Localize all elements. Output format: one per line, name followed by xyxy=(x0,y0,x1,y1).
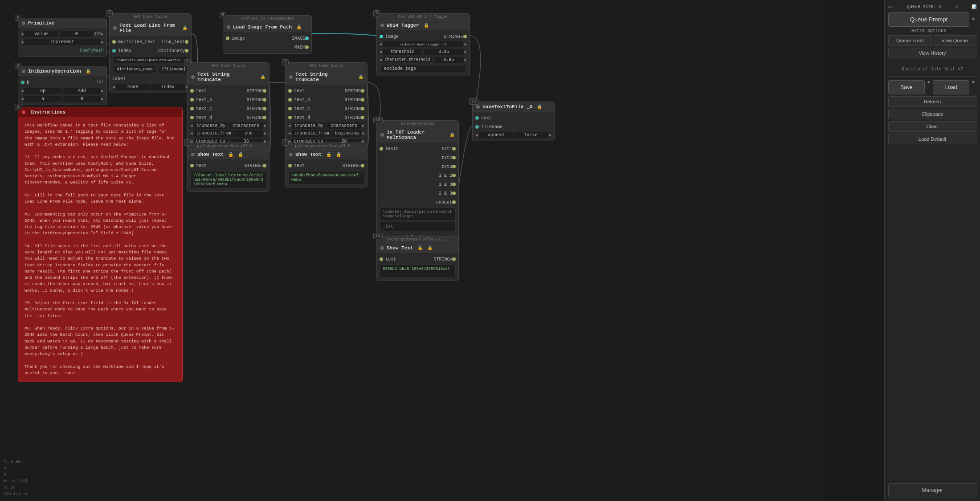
textload-dictname-val[interactable]: [filename] xyxy=(159,66,188,73)
intbinary-a-val[interactable]: 0 xyxy=(63,96,101,102)
node-truncate7[interactable]: 7 WAS Node Suite Text String Truncate 🔒 … xyxy=(285,62,368,147)
wd14-threshold-inc[interactable]: ▶ xyxy=(465,49,467,54)
intbinary-a-dec[interactable]: ◀ xyxy=(21,97,23,102)
truncate7-text-label: text xyxy=(294,89,345,94)
node-showtext6[interactable]: 6 pythongosssss/ComfyUI-C... Show Text 🔓… xyxy=(187,143,270,192)
savetxt-append-dec[interactable]: ◀ xyxy=(475,133,478,138)
load-button[interactable]: Load xyxy=(933,80,969,94)
refresh-button[interactable]: Refresh xyxy=(888,96,976,107)
node-badge-showtext11: 11 xyxy=(373,233,383,239)
truncate7-by-dec[interactable]: ◀ xyxy=(288,123,290,128)
truncate7-from-val[interactable]: beginning xyxy=(332,130,361,137)
txtloader-ext-content[interactable]: .txt xyxy=(380,222,456,231)
txtloader-path1-content[interactable]: \\docker.local\pictures\watch\SpecialTag… xyxy=(380,208,456,221)
showtext6-content: //docker.local/pictures/original/60/e6/8… xyxy=(190,171,266,189)
view-history-row: View History xyxy=(888,48,976,58)
clipspace-button[interactable]: Clipspace xyxy=(888,109,976,119)
node-wd14[interactable]: 9 ComfyUI WD 1.4 Tagger WD14 Tagger 🔓 im… xyxy=(376,13,470,76)
primitive-control-inc[interactable]: ▶ xyxy=(102,40,104,45)
port-txtloader-txt1 xyxy=(452,147,456,151)
clear-button[interactable]: Clear xyxy=(888,121,976,132)
port-txtloader-1and3 xyxy=(452,183,456,186)
node-showtext7[interactable]: 7 pythongosssss/ComfyUI-C... Show Text 🔓… xyxy=(285,143,368,187)
node-savetxt[interactable]: 12 saveTextToFile _O 🔒 text filename ◀ a… xyxy=(472,102,555,141)
node-truncate6[interactable]: 6 WAS Node Suite Text String Truncate 🔒 … xyxy=(187,62,270,147)
queue-prompt-arrow[interactable]: ▼ xyxy=(970,17,976,22)
view-queue-button[interactable]: View Queue xyxy=(933,35,976,46)
load-arrow[interactable]: ▼ xyxy=(970,80,976,94)
intbinary-b-row: b INT xyxy=(18,78,106,87)
port-loadimage-image-out xyxy=(305,37,309,40)
wd14-charthresh-val[interactable]: 0.85 xyxy=(434,57,464,63)
textload-path-value[interactable]: \\docker\local\pictures\watch\ xyxy=(114,57,187,63)
intbinary-a-inc[interactable]: ▶ xyxy=(102,97,104,102)
node-textload[interactable]: 3 WAS Node Suite Text Load Line From Fil… xyxy=(109,13,192,93)
manager-button[interactable]: Manager xyxy=(888,483,976,497)
save-button[interactable]: Save xyxy=(888,80,925,94)
lock-icon-savetxt: 🔒 xyxy=(537,104,542,110)
wd14-charthresh-dec[interactable]: ◀ xyxy=(380,57,382,62)
truncate6-by-val[interactable]: characters xyxy=(229,122,262,129)
load-default-button[interactable]: Load Default xyxy=(888,134,976,144)
truncate6-from-inc[interactable]: ▶ xyxy=(264,131,266,136)
node-primitive[interactable]: 0 Primitive ◀ value 0 INT ▶ ◀ increment … xyxy=(18,18,107,57)
txtloader-txt1-out: txt1 xyxy=(441,147,452,151)
intbinary-op-val[interactable]: Add xyxy=(63,88,101,94)
truncate6-text-out-label: STRING xyxy=(247,89,263,94)
node-loadimage[interactable]: 5 ComfyUI_lb_CustomNodes Load Image From… xyxy=(223,15,312,54)
wd14-threshold-dec[interactable]: ◀ xyxy=(380,49,382,54)
truncate6-from-val[interactable]: end xyxy=(234,130,262,137)
node-instructions[interactable]: 1 Instructions This workflow takes in a … xyxy=(18,107,183,382)
primitive-value-inc[interactable]: ▶ xyxy=(102,32,104,37)
panel-settings-icon[interactable]: ⚙ xyxy=(956,4,958,9)
truncate7-from-dec[interactable]: ◀ xyxy=(288,131,290,136)
savetxt-append-val[interactable]: false xyxy=(514,132,548,138)
txtloader-1and2-row: 1 & 2 xyxy=(377,171,458,180)
showtext6-text-label: text xyxy=(196,163,245,168)
textload-mode-val[interactable]: index xyxy=(151,84,185,90)
primitive-control-val[interactable]: increment xyxy=(24,39,100,45)
truncate7-by-inc[interactable]: ▶ xyxy=(362,123,364,128)
status-bar: T: 0.00s 0 0 N: 13 [13] V: 26 FPS:111.11 xyxy=(4,459,28,497)
truncate6-by-inc[interactable]: ▶ xyxy=(264,123,266,128)
wd14-charthresh-row: ◀ character_threshold 0.85 ▶ xyxy=(377,56,470,64)
panel-monitor-icon[interactable]: 📊 xyxy=(972,4,976,9)
port-wd14-image xyxy=(380,35,383,38)
truncate7-from-label: truncate_from xyxy=(292,130,331,137)
port-b xyxy=(21,81,24,84)
truncate7-from-inc[interactable]: ▶ xyxy=(362,131,364,136)
queue-prompt-row: Queue Prompt ▼ xyxy=(888,12,976,27)
save-arrow[interactable]: ▼ xyxy=(926,80,932,94)
wd14-model-val[interactable]: vrdxde4-moat-tagger-v2 xyxy=(383,41,463,47)
intbinary-op-dec[interactable]: ◀ xyxy=(21,89,23,94)
wd14-charthresh-inc[interactable]: ▶ xyxy=(465,57,467,62)
wd14-model-inc[interactable]: ▶ xyxy=(465,42,467,47)
view-history-button[interactable]: View History xyxy=(888,48,976,58)
node-intbinary[interactable]: 2 IntBinaryOperation 🔒 b INT ◀ op Add ▶ … xyxy=(18,66,107,105)
primitive-control-dec[interactable]: ◀ xyxy=(21,40,23,45)
truncate7-by-val[interactable]: characters xyxy=(327,122,360,129)
txtloader-2and3-out: 2 & 3 xyxy=(439,191,452,196)
primitive-value-dec[interactable]: ◀ xyxy=(21,32,23,37)
intbinary-op-inc[interactable]: ▶ xyxy=(102,89,104,94)
truncate6-from-dec[interactable]: ◀ xyxy=(190,131,192,136)
extra-options-checkbox[interactable] xyxy=(949,29,953,33)
savetxt-append-inc[interactable]: ▶ xyxy=(549,133,551,138)
lock-icon-truncate7: 🔒 xyxy=(358,74,363,80)
node-txtloader[interactable]: 10 tinyterraNodes 3x TXT Loader MultiCon… xyxy=(376,120,459,245)
queue-front-button[interactable]: Queue Front xyxy=(888,35,932,46)
textload-label-row: label xyxy=(110,74,191,83)
node-body-showtext7: text STRING ⊞ 8966b1fbbc5f269e643559613c… xyxy=(286,159,367,187)
port-multiline xyxy=(112,40,116,44)
queue-prompt-button[interactable]: Queue Prompt xyxy=(888,12,969,27)
node-badge-wd14: 9 xyxy=(373,10,380,16)
primitive-value-val[interactable]: 0 xyxy=(60,31,93,37)
textload-mode-dec[interactable]: ◀ xyxy=(112,85,114,90)
node-header-primitive: Primitive xyxy=(18,18,106,28)
textload-path-row[interactable]: \\docker\local\pictures\watch\ xyxy=(110,55,191,65)
wd14-model-dec[interactable]: ◀ xyxy=(380,42,382,47)
wd14-threshold-val[interactable]: 0.35 xyxy=(424,49,464,55)
wd14-excludetags-label[interactable]: exclude_tags xyxy=(381,65,465,72)
truncate6-by-dec[interactable]: ◀ xyxy=(190,123,192,128)
node-showtext11[interactable]: 11 pythongosssss/ComfyUI-C... Show Text … xyxy=(376,236,459,281)
